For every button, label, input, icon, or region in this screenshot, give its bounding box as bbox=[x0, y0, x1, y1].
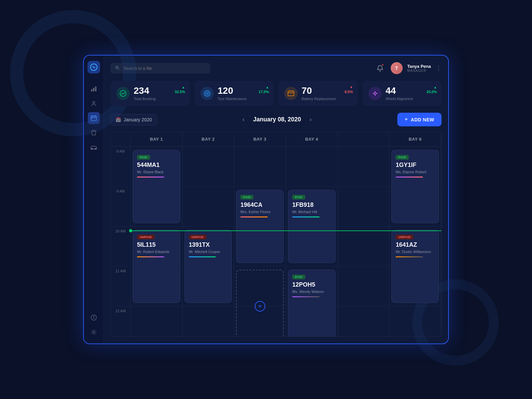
svg-point-13 bbox=[93, 316, 94, 317]
add-new-button[interactable]: + ADD NEW bbox=[397, 113, 442, 126]
schedule-header: BAY 1 BAY 2 BAY 3 BAY 4 BAY 6 bbox=[111, 132, 441, 147]
month-selector[interactable]: 📅 January 2020 bbox=[110, 114, 157, 125]
bay-column-5 bbox=[338, 147, 390, 336]
svg-point-4 bbox=[93, 101, 95, 103]
notification-bell[interactable] bbox=[374, 62, 386, 74]
search-icon: 🔍 bbox=[115, 66, 121, 71]
notification-dot bbox=[381, 64, 384, 66]
bay-column-6: PAID 1GY1IF Ms. Dianne Robert UNPAID 164… bbox=[389, 147, 441, 336]
svg-rect-5 bbox=[91, 116, 96, 121]
sidebar-item-settings[interactable] bbox=[88, 326, 100, 338]
sidebar-item-delete[interactable] bbox=[88, 127, 100, 139]
booking-id: 1GY1IF bbox=[396, 162, 435, 169]
time-slot: 10 AM bbox=[111, 226, 131, 266]
stat-change-tyre-maintenance: ▲ 17.0% bbox=[259, 85, 269, 94]
stat-icon-wheel-alignment bbox=[368, 87, 382, 100]
stat-label-tyre-maintenance: Tyre Maintenance bbox=[218, 97, 268, 101]
booking-bar bbox=[240, 216, 268, 217]
schedule-body: 8 AM9 AM10 AM11 AM12 AM PAID 544MA1 Mr. … bbox=[111, 147, 441, 336]
booking-card[interactable]: UNPAID 5IL115 Mr. Robert Edwards bbox=[133, 230, 180, 303]
status-badge: UNPAID bbox=[189, 235, 206, 239]
stat-card-battery-replacement[interactable]: 70 Battery Replacement ▼ 8.5% bbox=[278, 81, 358, 106]
bay-column-3: PAID 1964CA Mrs. Esther Flores + bbox=[234, 147, 286, 336]
booking-bar bbox=[137, 177, 164, 178]
bay5-header bbox=[338, 132, 390, 146]
stat-pct-tyre-maintenance: 17.0% bbox=[259, 90, 269, 94]
svg-point-23 bbox=[374, 92, 376, 94]
stat-arrow-battery-replacement: ▼ bbox=[350, 85, 353, 89]
month-label: January 2020 bbox=[124, 117, 152, 122]
time-header bbox=[111, 132, 131, 146]
booking-name: Mr. Shane Black bbox=[137, 170, 176, 174]
bay-column-2: UNPAID 1391TX Mr. Mitchell Cooper bbox=[183, 147, 234, 336]
booking-card[interactable]: PAID 1GY1IF Ms. Dianne Robert bbox=[391, 150, 439, 223]
bay-column-1: PAID 544MA1 Mr. Shane Black UNPAID 5IL11… bbox=[131, 147, 183, 336]
sidebar-item-users[interactable] bbox=[88, 97, 100, 109]
status-badge: UNPAID bbox=[137, 235, 155, 239]
stat-icon-battery-replacement bbox=[284, 87, 298, 100]
booking-bar bbox=[292, 296, 320, 297]
more-menu-icon[interactable]: ⋮ bbox=[436, 65, 442, 72]
booking-id: 1964CA bbox=[240, 201, 279, 208]
prev-date-button[interactable]: ‹ bbox=[240, 115, 247, 124]
booking-name: Mr. Dustin Williamson bbox=[396, 250, 435, 254]
time-slot: 9 AM bbox=[111, 187, 131, 226]
add-new-label: ADD NEW bbox=[411, 117, 434, 122]
status-badge: PAID bbox=[292, 195, 305, 200]
app-logo[interactable] bbox=[87, 61, 100, 73]
booking-card[interactable]: PAID 1964CA Mrs. Esther Flores bbox=[236, 190, 284, 263]
search-bar[interactable]: 🔍 bbox=[110, 63, 210, 73]
stat-number-battery-replacement: 70 bbox=[302, 86, 352, 95]
stat-label-total-booking: Total Booking bbox=[134, 97, 184, 101]
svg-point-14 bbox=[93, 331, 95, 333]
sidebar-item-calendar[interactable] bbox=[88, 112, 100, 124]
stat-arrow-total-booking: ▲ bbox=[182, 85, 185, 89]
add-booking-card[interactable]: + bbox=[236, 270, 284, 336]
booking-name: Mr. Robert Edwards bbox=[137, 250, 176, 254]
add-booking-circle[interactable]: + bbox=[255, 301, 265, 312]
search-input[interactable] bbox=[123, 66, 205, 71]
stat-card-tyre-maintenance[interactable]: 120 Tyre Maintenance ▲ 17.0% bbox=[195, 81, 274, 106]
main-content: 🔍 T Tanya Pena MANAGER bbox=[104, 56, 448, 343]
booking-bar bbox=[137, 256, 164, 257]
next-date-button[interactable]: › bbox=[307, 115, 314, 124]
booking-name: Ms. Wendy Watson bbox=[292, 290, 331, 294]
bay-slot bbox=[389, 306, 441, 336]
sidebar-item-info[interactable] bbox=[88, 312, 100, 324]
stat-arrow-wheel-alignment: ▲ bbox=[434, 85, 437, 89]
booking-id: 1641AZ bbox=[396, 241, 435, 248]
stat-change-battery-replacement: ▼ 8.5% bbox=[344, 85, 353, 94]
stats-row: 234 Total Booking ▲ 32.5% 120 Tyre Maint… bbox=[110, 81, 442, 106]
booking-card[interactable]: PAID 12POH5 Ms. Wendy Watson bbox=[288, 270, 335, 336]
calendar-toolbar: 📅 January 2020 ‹ January 08, 2020 › + AD… bbox=[110, 113, 442, 126]
booking-card[interactable]: PAID 544MA1 Mr. Shane Black bbox=[133, 150, 180, 223]
booking-id: 1FB918 bbox=[292, 201, 331, 208]
svg-rect-19 bbox=[288, 91, 294, 96]
header-right: T Tanya Pena MANAGER ⋮ bbox=[374, 62, 442, 74]
sidebar-item-chart[interactable] bbox=[88, 83, 100, 95]
booking-name: Mr. Mitchell Cooper bbox=[189, 250, 228, 254]
bay1-header: BAY 1 bbox=[131, 132, 183, 146]
booking-card[interactable]: UNPAID 1641AZ Mr. Dustin Williamson bbox=[391, 230, 439, 303]
booking-card[interactable]: UNPAID 1391TX Mr. Mitchell Cooper bbox=[185, 230, 232, 303]
stat-info-battery-replacement: 70 Battery Replacement bbox=[302, 86, 352, 101]
time-line-dot bbox=[129, 229, 132, 232]
status-badge: UNPAID bbox=[396, 235, 413, 239]
user-name: Tanya Pena bbox=[407, 64, 431, 69]
schedule-container: BAY 1 BAY 2 BAY 3 BAY 4 BAY 6 8 AM9 AM10… bbox=[110, 132, 442, 337]
bay4-header: BAY 4 bbox=[286, 132, 338, 146]
user-role: MANAGER bbox=[407, 69, 431, 72]
stat-icon-total-booking bbox=[116, 87, 130, 100]
booking-card[interactable]: PAID 1FB918 Mr. Michael Hill bbox=[288, 190, 335, 263]
stat-card-wheel-alignment[interactable]: 44 Wheel Alignment ▲ 25.0% bbox=[362, 81, 442, 106]
svg-rect-1 bbox=[91, 89, 92, 91]
status-badge: PAID bbox=[292, 275, 305, 279]
bay-slot bbox=[338, 226, 389, 266]
user-info: Tanya Pena MANAGER bbox=[407, 64, 431, 72]
booking-name: Ms. Dianne Robert bbox=[396, 170, 435, 174]
bay-slot bbox=[183, 187, 234, 226]
sidebar-item-vehicle[interactable] bbox=[88, 141, 100, 153]
bay-slot bbox=[338, 187, 389, 226]
bay-slot bbox=[286, 147, 337, 187]
stat-card-total-booking[interactable]: 234 Total Booking ▲ 32.5% bbox=[110, 81, 190, 106]
